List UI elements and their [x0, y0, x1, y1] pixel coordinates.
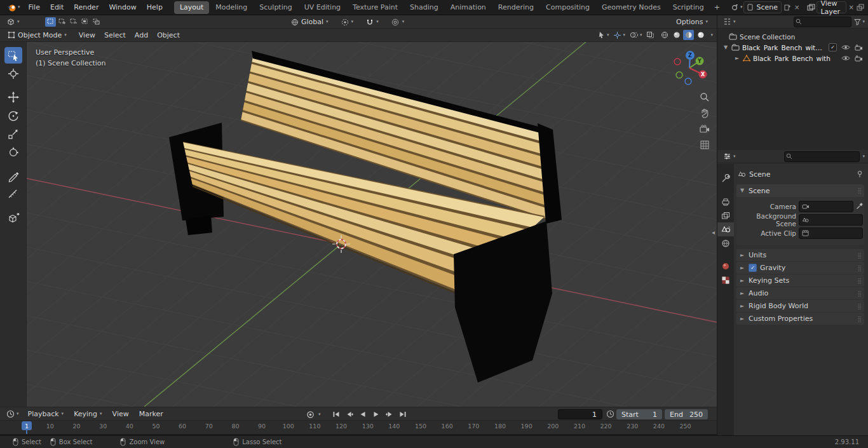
new-view-layer-icon[interactable]	[857, 4, 864, 11]
viewport-menu-item[interactable]: Select	[100, 30, 130, 41]
keying-menu[interactable]: Keying▾	[70, 409, 105, 419]
remove-view-layer-button[interactable]: ×	[848, 4, 855, 11]
jump-to-start-button[interactable]	[331, 409, 342, 419]
tab-view-layer[interactable]	[717, 208, 734, 222]
pan-hand-icon[interactable]	[699, 107, 710, 119]
tool-transform[interactable]	[4, 144, 22, 161]
tab-scene[interactable]	[717, 222, 734, 236]
ruler-tick[interactable]: 30	[90, 421, 116, 430]
jump-to-end-button[interactable]	[398, 409, 409, 419]
outliner-row-scene-collection[interactable]: Scene Collection	[717, 31, 868, 42]
ruler-tick[interactable]: 80	[222, 421, 249, 430]
workspace-tab[interactable]: Texture Paint	[347, 1, 403, 14]
xray-toggle[interactable]	[646, 31, 654, 39]
workspace-tab[interactable]: Sculpting	[254, 1, 297, 14]
topbar-menu-item[interactable]: File	[24, 2, 45, 13]
options-dropdown[interactable]: Options ▾	[672, 17, 712, 27]
tool-annotate[interactable]	[4, 168, 22, 184]
playhead[interactable]: 1	[22, 421, 32, 430]
scene-name-field[interactable]: Scene	[743, 1, 782, 13]
visibility-dropdown[interactable]: ▾	[597, 31, 609, 39]
tool-select-box[interactable]	[4, 47, 22, 64]
collection-exclude-checkbox[interactable]: ✓	[829, 43, 837, 51]
keying-sets-panel-header[interactable]: ► Keying Sets ⣿	[736, 275, 864, 287]
select-mode-extend[interactable]	[57, 17, 67, 27]
ruler-tick[interactable]: 170	[461, 421, 487, 430]
ruler-tick[interactable]: 70	[196, 421, 222, 430]
ruler-tick[interactable]: 160	[434, 421, 461, 430]
select-mode-invert[interactable]	[79, 17, 90, 27]
blender-logo-menu[interactable]: ▾	[4, 3, 24, 12]
workspace-tab[interactable]: Modeling	[210, 1, 253, 14]
ruler-tick[interactable]: 210	[566, 421, 593, 430]
add-workspace-button[interactable]: +	[710, 2, 724, 13]
current-frame-field[interactable]: 1	[558, 409, 602, 419]
workspace-tab[interactable]: Shading	[404, 1, 444, 14]
view-layer-field[interactable]: View Layer	[817, 1, 846, 13]
workspace-tab[interactable]: UV Editing	[299, 1, 346, 14]
disclosure-down-icon[interactable]: ▼	[722, 44, 729, 50]
frame-start-field[interactable]: Start1	[616, 409, 662, 419]
select-mode-subtract[interactable]	[68, 17, 79, 27]
ruler-tick[interactable]: 250	[672, 421, 699, 430]
tab-texture[interactable]	[717, 273, 734, 287]
ruler-tick[interactable]: 40	[116, 421, 143, 430]
outliner-editor-type-button[interactable]: ▾	[721, 17, 738, 26]
ruler-tick[interactable]: 130	[355, 421, 381, 430]
timeline-marker-menu[interactable]: Marker	[135, 409, 167, 419]
tool-measure[interactable]	[4, 186, 22, 203]
mode-dropdown[interactable]: Object Mode ▾	[4, 31, 71, 40]
workspace-tab[interactable]: Layout	[174, 1, 209, 14]
outliner-row-bench-object[interactable]: ► Black_Park_Bench_with_	[717, 53, 868, 64]
panel-drag-handle[interactable]: ⣿	[857, 316, 862, 322]
auto-keying-dropdown[interactable]: ▾	[318, 412, 321, 417]
auto-keying-toggle[interactable]	[305, 409, 316, 419]
camera-field[interactable]	[799, 201, 853, 212]
properties-editor-type-button[interactable]: ▾	[721, 152, 738, 161]
properties-filter-dropdown[interactable]: ▾	[862, 154, 865, 159]
tab-material[interactable]	[717, 259, 734, 273]
editor-type-button[interactable]: ▾	[4, 17, 22, 27]
shading-solid-button[interactable]	[671, 30, 682, 40]
viewport-menu-item[interactable]: Add	[130, 30, 153, 41]
properties-search-input[interactable]	[784, 151, 860, 162]
tool-move[interactable]	[4, 89, 22, 105]
topbar-menu-item[interactable]: Edit	[45, 2, 69, 13]
workspace-tab[interactable]: Geometry Nodes	[596, 1, 667, 14]
play-reverse-button[interactable]	[358, 409, 369, 419]
navigation-gizmo[interactable]: Z Y X	[667, 46, 712, 90]
new-scene-button[interactable]	[783, 4, 792, 11]
shading-material-button[interactable]	[683, 30, 694, 40]
panel-drag-handle[interactable]: ⣿	[857, 303, 862, 309]
ruler-tick[interactable]: 150	[407, 421, 434, 430]
zoom-icon[interactable]	[699, 92, 710, 103]
tool-add-cube[interactable]	[4, 210, 22, 226]
disclosure-right-icon[interactable]: ►	[734, 55, 740, 61]
frame-end-field[interactable]: End250	[665, 409, 708, 419]
hide-eye-icon[interactable]	[841, 44, 850, 50]
tool-rotate[interactable]	[4, 107, 22, 124]
snap-dropdown[interactable]: ▾	[362, 18, 383, 27]
ruler-tick[interactable]: 10	[37, 421, 64, 430]
ruler-tick[interactable]: 120	[328, 421, 355, 430]
shading-wireframe-button[interactable]	[659, 30, 670, 40]
gizmos-dropdown[interactable]: ▾	[613, 31, 625, 39]
viewport-menu-item[interactable]: View	[74, 30, 100, 41]
background-scene-field[interactable]	[799, 214, 863, 226]
topbar-menu-item[interactable]: Window	[104, 2, 141, 13]
panel-drag-handle[interactable]: ⣿	[857, 265, 862, 271]
playback-menu[interactable]: Playback▾	[24, 409, 68, 419]
tool-cursor[interactable]	[4, 65, 22, 82]
rigid-body-world-panel-header[interactable]: ► Rigid Body World ⣿	[736, 300, 864, 312]
ruler-tick[interactable]: 230	[619, 421, 646, 430]
shading-dropdown[interactable]: ▾	[710, 33, 713, 37]
pin-icon[interactable]	[857, 170, 863, 178]
timeline-view-menu[interactable]: View	[109, 409, 133, 419]
tab-world[interactable]	[717, 236, 734, 250]
next-keyframe-button[interactable]	[384, 409, 395, 419]
viewport-menu-item[interactable]: Object	[153, 30, 184, 41]
ortho-toggle-icon[interactable]	[699, 139, 710, 151]
audio-panel-header[interactable]: ► Audio ⣿	[736, 287, 864, 299]
timeline-ruler[interactable]: 1020304050607080901001101201301401501601…	[0, 421, 717, 434]
unlink-scene-button[interactable]: ×	[793, 4, 801, 11]
